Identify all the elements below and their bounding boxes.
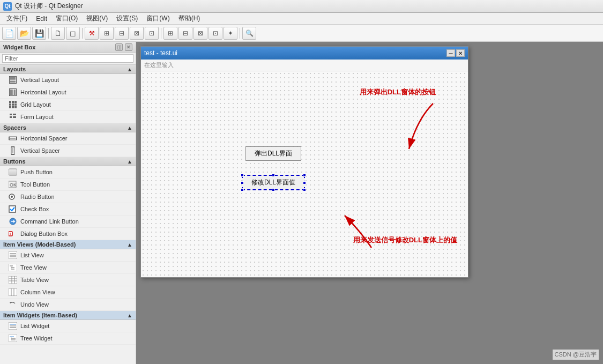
section-item-views-arrow: ▲ [127, 242, 132, 248]
toolbar-b7[interactable]: ⊡ [145, 27, 159, 40]
item-vertical-layout[interactable]: Vertical Layout [0, 74, 136, 86]
item-form-layout[interactable]: Form Layout [0, 111, 136, 123]
handle-br[interactable] [303, 188, 306, 191]
form-layout-label: Form Layout [20, 114, 54, 120]
modify-dll-button[interactable]: 修改DLL界面值 [242, 175, 305, 190]
item-dialog-button-box[interactable]: Dialog Button Box [0, 228, 136, 240]
inner-window-titlebar: test - test.ui ─ ✕ [141, 47, 468, 60]
widget-box-header: Widget Box ◫ ✕ [0, 42, 136, 53]
command-link-button-icon [9, 217, 17, 226]
toolbar-sep1 [48, 28, 49, 39]
section-item-widgets-label: Item Widgets (Item-Based) [3, 312, 77, 318]
list-view-label: List View [20, 252, 44, 258]
inner-window-minimize[interactable]: ─ [446, 49, 455, 57]
svg-rect-13 [9, 206, 16, 212]
toolbar-b6[interactable]: ⊠ [130, 27, 144, 40]
widget-box-close[interactable]: ✕ [125, 43, 132, 51]
item-horizontal-spacer[interactable]: Horizontal Spacer [0, 132, 136, 145]
handle-tm[interactable] [272, 174, 275, 177]
svg-point-12 [11, 196, 13, 198]
tool-button-label: Tool Button [20, 181, 50, 188]
handle-bm[interactable] [272, 188, 275, 191]
horizontal-layout-label: Horizontal Layout [20, 89, 66, 95]
toolbar-b11[interactable]: ⊡ [209, 27, 222, 40]
horizontal-spacer-label: Horizontal Spacer [20, 135, 67, 142]
item-command-link-button[interactable]: Command Link Button [0, 216, 136, 228]
item-push-button[interactable]: Push Button [0, 166, 136, 179]
toolbar-sep4 [240, 28, 240, 39]
menu-window-w[interactable]: 窗口(W) [142, 13, 174, 24]
section-spacers[interactable]: Spacers ▲ [0, 123, 136, 132]
filter-container [0, 53, 136, 65]
grid-layout-icon [9, 100, 17, 109]
item-tool-button[interactable]: OK Tool Button [0, 179, 136, 191]
item-list-widget[interactable]: List Widget [0, 320, 136, 332]
toolbar-open[interactable]: 📂 [17, 27, 31, 40]
tree-view-label: Tree View [20, 264, 47, 271]
item-vertical-spacer[interactable]: Vertical Spacer [0, 145, 136, 157]
section-item-views-label: Item Views (Model-Based) [3, 241, 76, 248]
toolbar-b8[interactable]: ⊞ [163, 27, 177, 40]
item-list-view[interactable]: List View [0, 249, 136, 262]
item-check-box[interactable]: Check Box [0, 203, 136, 216]
section-layouts[interactable]: Layouts ▲ [0, 65, 136, 74]
handle-tr[interactable] [303, 174, 306, 177]
toolbar-save[interactable]: 💾 [32, 27, 46, 40]
section-buttons-arrow: ▲ [127, 159, 132, 165]
item-column-view[interactable]: Column View [0, 286, 136, 299]
toolbar-b9[interactable]: ⊟ [178, 27, 192, 40]
menu-settings[interactable]: 设置(S) [112, 13, 142, 24]
toolbar-b12[interactable]: ✦ [224, 27, 237, 40]
toolbar-b13[interactable]: 🔍 [242, 27, 256, 40]
item-radio-button[interactable]: Radio Button [0, 191, 136, 203]
list-widget-icon [9, 322, 17, 330]
main-layout: Widget Box ◫ ✕ Layouts ▲ Vertical Layout [0, 42, 603, 364]
push-button-icon [9, 168, 17, 176]
toolbar-b2[interactable]: ◻ [66, 27, 80, 40]
handle-mr[interactable] [303, 181, 306, 184]
item-tree-view[interactable]: Tree View [0, 262, 136, 274]
popup-dll-label: 弹出DLL界面 [255, 150, 292, 157]
svg-rect-32 [9, 288, 17, 296]
vertical-spacer-icon [9, 146, 17, 155]
menu-help[interactable]: 帮助(H) [174, 13, 205, 24]
toolbar-b4[interactable]: ⊞ [100, 27, 114, 40]
section-item-views[interactable]: Item Views (Model-Based) ▲ [0, 240, 136, 249]
handle-bl[interactable] [241, 188, 244, 191]
menu-edit[interactable]: Edit [32, 14, 51, 24]
toolbar-b3[interactable]: ⚒ [85, 27, 99, 40]
widget-box-controls: ◫ ✕ [115, 43, 132, 51]
arrow1-svg [396, 98, 438, 157]
section-item-widgets[interactable]: Item Widgets (Item-Based) ▲ [0, 311, 136, 320]
toolbar-new[interactable]: 📄 [2, 27, 16, 40]
widget-box-pin[interactable]: ◫ [115, 43, 123, 51]
dialog-button-box-label: Dialog Button Box [20, 231, 68, 237]
item-undo-view[interactable]: Undo View [0, 299, 136, 311]
vertical-layout-label: Vertical Layout [20, 77, 59, 83]
section-buttons[interactable]: Buttons ▲ [0, 157, 136, 166]
handle-tl[interactable] [241, 174, 244, 177]
item-table-view[interactable]: Table View [0, 274, 136, 286]
tool-button-icon: OK [9, 180, 17, 189]
svg-text:OK: OK [10, 182, 17, 188]
menu-file[interactable]: 文件(F) [2, 13, 32, 24]
toolbar-b1[interactable]: 🗋 [51, 27, 65, 40]
widget-list: Layouts ▲ Vertical Layout Horizontal Lay… [0, 65, 136, 364]
command-link-button-label: Command Link Button [20, 218, 79, 225]
inner-window-toolbar: 在这里输入 [141, 60, 468, 71]
grid-layout-label: Grid Layout [20, 101, 51, 108]
inner-window-close[interactable]: ✕ [456, 49, 465, 57]
item-grid-layout[interactable]: Grid Layout [0, 99, 136, 111]
toolbar-sep3 [161, 28, 161, 39]
handle-ml[interactable] [241, 181, 244, 184]
menu-view[interactable]: 视图(V) [82, 13, 112, 24]
popup-dll-button[interactable]: 弹出DLL界面 [245, 146, 301, 161]
filter-input[interactable] [2, 54, 133, 63]
toolbar-b5[interactable]: ⊟ [115, 27, 129, 40]
svg-rect-8 [9, 169, 17, 175]
item-horizontal-layout[interactable]: Horizontal Layout [0, 86, 136, 99]
widget-box-title: Widget Box [3, 44, 35, 50]
toolbar-b10[interactable]: ⊠ [193, 27, 207, 40]
item-tree-widget[interactable]: Tree Widget [0, 332, 136, 345]
menu-window-o[interactable]: 窗口(O) [51, 13, 82, 24]
